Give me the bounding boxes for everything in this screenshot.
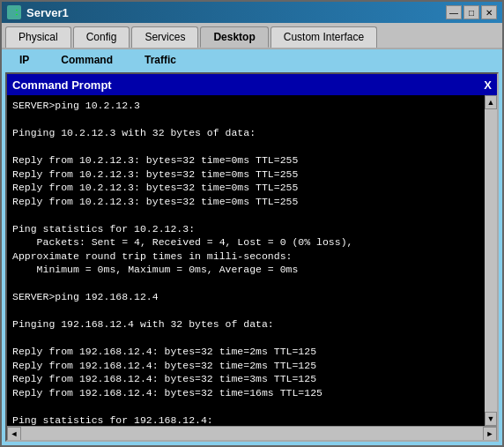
tab-desktop[interactable]: Desktop [200, 26, 268, 48]
vertical-scrollbar: ▲ ▼ [485, 95, 497, 426]
scroll-down-button[interactable]: ▼ [485, 412, 497, 426]
hscroll-track [21, 427, 483, 441]
title-bar: Server1 — □ ✕ [2, 2, 502, 23]
cmd-window: Command Prompt X SERVER>ping 10.2.12.3 P… [5, 72, 499, 442]
scroll-track [485, 109, 497, 412]
title-bar-left: Server1 [7, 5, 69, 19]
tab2-command[interactable]: Command [47, 51, 127, 69]
tab2-traffic[interactable]: Traffic [130, 51, 190, 69]
close-button[interactable]: ✕ [481, 5, 497, 19]
svg-point-3 [16, 14, 18, 16]
tab-physical[interactable]: Physical [5, 26, 71, 48]
cmd-title: Command Prompt [12, 78, 112, 92]
cmd-body[interactable]: SERVER>ping 10.2.12.3 Pinging 10.2.12.3 … [7, 95, 485, 426]
maximize-button[interactable]: □ [463, 5, 479, 19]
cmd-titlebar: Command Prompt X [7, 74, 497, 95]
horizontal-scrollbar: ◄ ► [7, 426, 497, 440]
hscroll-left-button[interactable]: ◄ [7, 427, 21, 441]
cmd-container: SERVER>ping 10.2.12.3 Pinging 10.2.12.3 … [7, 95, 497, 426]
minimize-button[interactable]: — [446, 5, 462, 19]
tab-services[interactable]: Services [131, 26, 198, 48]
tabs-row2: IP Command Traffic [2, 48, 502, 69]
window-title: Server1 [26, 6, 69, 19]
tabs-row1: Physical Config Services Desktop Custom … [2, 23, 502, 48]
cmd-close-button[interactable]: X [484, 78, 492, 92]
main-window: Server1 — □ ✕ Physical Config Services D… [0, 0, 504, 447]
scroll-up-button[interactable]: ▲ [485, 95, 497, 109]
tab-config[interactable]: Config [73, 26, 130, 48]
svg-point-2 [16, 10, 18, 11]
title-buttons: — □ ✕ [446, 5, 497, 19]
tab2-ip[interactable]: IP [5, 51, 43, 69]
hscroll-right-button[interactable]: ► [483, 427, 497, 441]
tab-custom-interface[interactable]: Custom Interface [271, 26, 377, 48]
main-content: Command Prompt X SERVER>ping 10.2.12.3 P… [2, 69, 502, 445]
server-icon [7, 5, 21, 19]
